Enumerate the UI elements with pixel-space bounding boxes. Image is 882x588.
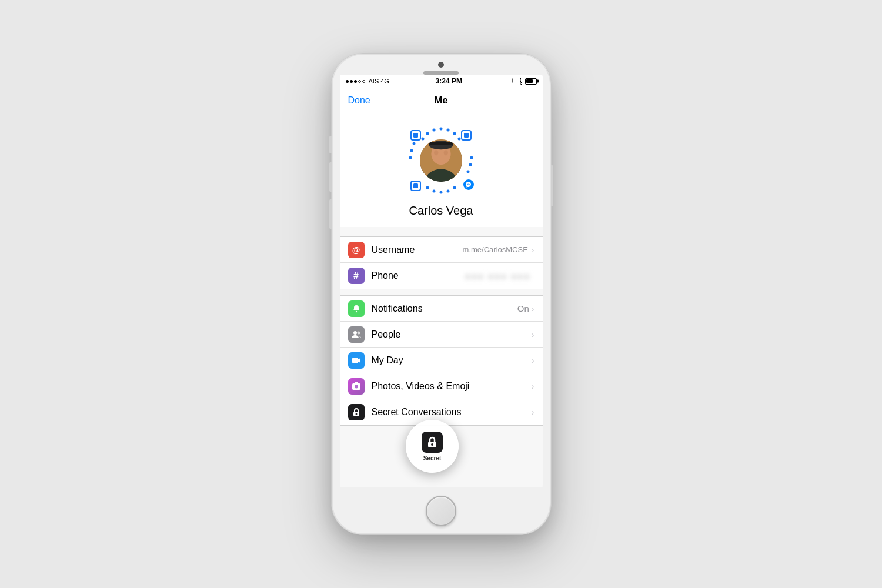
network-label: 4G <box>380 78 389 85</box>
svg-point-14 <box>440 191 443 194</box>
account-settings-group: @ Username m.me/CarlosMCSE › # Phone ●●●… <box>340 236 543 289</box>
myday-icon <box>348 352 365 369</box>
username-label: Username <box>372 245 463 255</box>
status-left: AIS 4G <box>346 78 389 85</box>
mute-button[interactable] <box>329 136 332 153</box>
video-icon <box>352 356 361 365</box>
username-value: m.me/CarlosMCSE <box>463 245 528 254</box>
people-row[interactable]: People › <box>340 322 543 348</box>
lock-icon <box>352 407 361 417</box>
profile-section: Carlos Vega <box>340 113 543 227</box>
username-icon: @ <box>348 242 365 258</box>
orientation-icon <box>509 78 516 85</box>
svg-point-1 <box>440 128 443 131</box>
svg-point-3 <box>453 132 456 135</box>
username-row[interactable]: @ Username m.me/CarlosMCSE › <box>340 237 543 263</box>
power-button[interactable] <box>551 165 553 206</box>
phone-icon: # <box>348 268 365 284</box>
svg-point-37 <box>355 385 358 388</box>
preferences-settings-group: Notifications On › <box>340 295 543 426</box>
svg-point-17 <box>433 190 436 193</box>
signal-dot-4 <box>358 80 361 83</box>
svg-point-30 <box>434 150 438 155</box>
phone-label: Phone <box>372 270 465 281</box>
camera-icon <box>352 382 361 391</box>
signal-dot-2 <box>350 80 353 83</box>
profile-name: Carlos Vega <box>409 204 473 218</box>
svg-point-2 <box>447 129 450 132</box>
status-right <box>509 78 537 85</box>
messenger-badge <box>462 178 475 191</box>
svg-point-15 <box>447 190 450 193</box>
svg-point-18 <box>426 186 429 189</box>
svg-point-32 <box>355 310 356 312</box>
bluetooth-icon <box>518 78 523 85</box>
notifications-chevron: › <box>532 304 534 313</box>
volume-up-button[interactable] <box>329 162 332 192</box>
svg-point-10 <box>467 171 470 173</box>
photos-label: Photos, Videos & Emoji <box>372 381 532 392</box>
svg-point-42 <box>431 443 433 446</box>
people-icon <box>348 326 365 343</box>
svg-point-33 <box>353 331 357 335</box>
myday-chevron: › <box>532 356 534 365</box>
notifications-value: On <box>517 303 529 313</box>
popup-label: Secret <box>423 455 442 462</box>
avatar-silhouette <box>420 138 462 182</box>
popup-lock-svg <box>426 436 438 448</box>
phone-device: AIS 4G 3:24 PM Done <box>331 53 552 535</box>
bell-icon <box>352 304 361 313</box>
photos-chevron: › <box>532 382 534 391</box>
signal-dot-5 <box>362 80 365 83</box>
myday-row[interactable]: My Day › <box>340 348 543 373</box>
signal-dot-1 <box>346 80 349 83</box>
home-button-area <box>332 487 551 534</box>
svg-point-34 <box>357 331 360 334</box>
battery-fill <box>526 79 533 83</box>
phone-value: ●●● ●●● ●●● <box>465 271 531 281</box>
secret-chevron: › <box>532 407 534 417</box>
username-chevron: › <box>532 245 534 255</box>
people-chevron: › <box>532 330 534 339</box>
time-display: 3:24 PM <box>436 77 462 85</box>
battery-icon <box>525 78 537 85</box>
avatar-container <box>406 125 476 196</box>
svg-point-8 <box>470 156 473 159</box>
front-camera <box>438 62 444 68</box>
home-button[interactable] <box>426 496 456 526</box>
avatar-person-bg <box>420 139 462 182</box>
done-button[interactable]: Done <box>348 95 370 106</box>
popup-overlay: Secret <box>406 420 459 473</box>
svg-point-31 <box>444 150 448 155</box>
notifications-icon <box>348 300 365 317</box>
notifications-row[interactable]: Notifications On › <box>340 296 543 322</box>
popup-lock-icon <box>422 432 443 453</box>
nav-title: Me <box>434 95 448 106</box>
status-bar: AIS 4G 3:24 PM <box>340 75 543 88</box>
navigation-bar: Done Me <box>340 88 543 113</box>
photos-icon <box>348 378 365 395</box>
svg-rect-20 <box>413 133 418 138</box>
photos-row[interactable]: Photos, Videos & Emoji › <box>340 373 543 399</box>
svg-point-4 <box>458 138 461 141</box>
svg-rect-22 <box>464 133 469 138</box>
svg-point-11 <box>409 156 412 159</box>
svg-rect-35 <box>352 358 358 363</box>
signal-dots <box>346 80 365 83</box>
svg-point-9 <box>469 163 472 166</box>
svg-point-6 <box>426 132 429 135</box>
volume-down-button[interactable] <box>329 199 332 229</box>
svg-point-7 <box>422 138 425 141</box>
svg-point-5 <box>433 129 436 132</box>
svg-rect-38 <box>355 382 358 384</box>
phone-top <box>332 54 551 75</box>
secret-label: Secret Conversations <box>372 407 532 417</box>
signal-dot-3 <box>354 80 357 83</box>
phone-row[interactable]: # Phone ●●● ●●● ●●● <box>340 263 543 289</box>
people-group-icon <box>351 330 362 339</box>
svg-point-40 <box>355 413 357 415</box>
earpiece-speaker <box>423 71 459 75</box>
myday-label: My Day <box>372 355 532 366</box>
svg-rect-28 <box>429 142 453 145</box>
svg-rect-24 <box>413 183 418 188</box>
